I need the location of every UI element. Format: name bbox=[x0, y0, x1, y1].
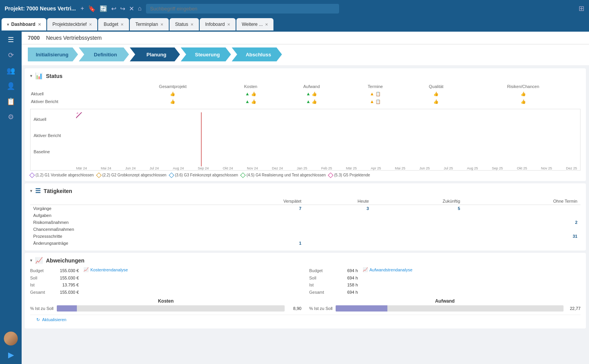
content-area: 7000 Neues Vertriebssystem Initialisieru… bbox=[22, 32, 589, 364]
status-val-termine-bericht: ▲ 📋 bbox=[345, 98, 406, 105]
sync-icon[interactable]: 🔄 bbox=[100, 5, 107, 12]
taetigkeiten-header[interactable]: ▾ ☰ Tätigkeiten bbox=[30, 187, 581, 195]
status-val-gesamt-aktuell: 👍 bbox=[123, 90, 222, 97]
tab-projektsteckbrief[interactable]: Projektsteckbrief ✕ bbox=[47, 18, 98, 30]
svg-text:5.3: 5.3 bbox=[76, 112, 78, 115]
taet-col-verspaetet: Verspätet bbox=[211, 198, 304, 205]
avatar[interactable] bbox=[4, 332, 18, 345]
taet-col-ohne-termin: Ohne Termin bbox=[463, 198, 581, 205]
tab-close-dashboard[interactable]: ✕ bbox=[38, 22, 41, 27]
chart-y-bericht: Aktiver Bericht bbox=[34, 133, 61, 138]
abw-kosten-ist: Ist 13.795 € bbox=[30, 281, 79, 289]
aufwand-progress-value: 22,77 bbox=[567, 306, 581, 311]
taet-label-aenderung: Änderungsanträge bbox=[30, 240, 211, 247]
status-val-aufwand-bericht: ▲ 👍 bbox=[279, 98, 344, 105]
status-chevron-icon: ▾ bbox=[30, 74, 32, 78]
taet-col-heute: Heute bbox=[304, 198, 372, 205]
phase-initialisierung[interactable]: Initialisierung bbox=[28, 47, 78, 61]
legend-g1: (1.2) G1 Vorstudie abgeschlossen bbox=[30, 173, 94, 177]
status-val-qualitaet-bericht: 👍 bbox=[406, 98, 466, 105]
status-row-aktuell: Aktuell 👍 ▲ 👍 ▲ 👍 ▲ 📋 👍 👍 bbox=[31, 90, 580, 97]
status-col-empty bbox=[31, 83, 122, 90]
taet-header-row: Verspätet Heute Zukünftig Ohne Termin bbox=[30, 198, 581, 205]
kostentrendanalyse-link[interactable]: 📈 Kostentrendanalyse bbox=[83, 267, 128, 272]
taet-val-aenderung-o bbox=[463, 240, 581, 247]
chart-y-aktuell: Aktuell bbox=[34, 117, 61, 122]
abweichungen-content: Budget 155.030 € Soll 155.030 € Ist 13.7… bbox=[30, 267, 581, 312]
status-val-risiken-bericht: 👍 bbox=[467, 98, 580, 105]
sidebar-settings-icon[interactable]: ⚙ bbox=[8, 113, 14, 121]
project-id: 7000 bbox=[28, 35, 40, 41]
sidebar: ☰ ⟳ 👥 👤 📋 ⚙ ▶ bbox=[0, 32, 22, 364]
abw-kosten-title: Kosten bbox=[30, 298, 302, 304]
tab-close-infoboard[interactable]: ✕ bbox=[227, 22, 230, 27]
taet-val-vorgaenge-h: 3 bbox=[304, 205, 372, 212]
redo-icon[interactable]: ↪ bbox=[120, 5, 125, 12]
taet-val-prozess-h bbox=[304, 233, 372, 240]
status-val-gesamt-bericht: 👍 bbox=[123, 98, 222, 105]
kosten-progress-bar bbox=[57, 305, 285, 312]
taet-val-aufgaben-v bbox=[211, 212, 304, 219]
phase-planung[interactable]: Planung bbox=[130, 47, 180, 61]
phase-bar: Initialisierung Definition Planung Steue… bbox=[22, 44, 589, 65]
sidebar-menu-icon[interactable]: ☰ bbox=[8, 36, 14, 44]
abw-aufwand-budget: Budget 694 h bbox=[309, 267, 358, 274]
tab-close-status[interactable]: ✕ bbox=[190, 22, 194, 27]
status-col-gesamt: Gesamtprojekt bbox=[123, 83, 222, 90]
search-input[interactable] bbox=[146, 4, 339, 14]
status-icon: 📊 bbox=[35, 72, 43, 80]
sidebar-bottom: ▶ bbox=[4, 332, 18, 364]
phase-definition[interactable]: Definition bbox=[79, 47, 129, 61]
taet-val-vorgaenge-z: 5 bbox=[372, 205, 463, 212]
tab-weitere[interactable]: Weitere ... ✕ bbox=[236, 18, 273, 30]
add-icon[interactable]: + bbox=[80, 5, 84, 12]
grid-icon[interactable]: ⊞ bbox=[579, 4, 584, 13]
phase-abschluss[interactable]: Abschluss bbox=[232, 47, 282, 61]
taet-val-chancen-z bbox=[372, 226, 463, 233]
abweichungen-header[interactable]: ▾ 📈 Abweichungen bbox=[30, 257, 581, 264]
refresh-bar[interactable]: ↻ Aktualisieren bbox=[30, 315, 581, 325]
tab-close-terminplan[interactable]: ✕ bbox=[160, 22, 163, 27]
kosten-progress-value: 8,90 bbox=[288, 306, 302, 311]
taet-val-aenderung-v: 1 bbox=[211, 240, 304, 247]
aufwand-chart-link-icon: 📈 bbox=[363, 267, 368, 272]
sidebar-chart-icon[interactable]: 📋 bbox=[7, 97, 15, 106]
tab-close-projektsteckbrief[interactable]: ✕ bbox=[89, 22, 92, 27]
status-val-kosten-aktuell: ▲ 👍 bbox=[223, 90, 278, 97]
tab-budget[interactable]: Budget ✕ bbox=[98, 18, 129, 30]
taet-val-chancen-v bbox=[211, 226, 304, 233]
close-doc-icon[interactable]: ✕ bbox=[129, 5, 134, 12]
tab-dashboard[interactable]: ▾ Dashboard ✕ bbox=[2, 18, 46, 30]
aufwandstrendanalyse-link[interactable]: 📈 Aufwandstrendanalyse bbox=[363, 267, 412, 272]
taet-val-vorgaenge-o bbox=[463, 205, 581, 212]
taet-label-chancen: Chancenmaßnahmen bbox=[30, 226, 211, 233]
undo-icon[interactable]: ↩ bbox=[111, 5, 116, 12]
bookmark-icon[interactable]: 🔖 bbox=[88, 5, 96, 12]
sidebar-team-icon[interactable]: 👥 bbox=[7, 66, 15, 75]
status-val-kosten-bericht: ▲ 👍 bbox=[223, 98, 278, 105]
tab-close-budget[interactable]: ✕ bbox=[121, 22, 124, 27]
tab-infoboard[interactable]: Infoboard ✕ bbox=[200, 18, 236, 30]
abw-aufwand-soll: Soll 694 h bbox=[309, 274, 358, 282]
tab-status[interactable]: Status ✕ bbox=[170, 18, 199, 30]
topbar-title: Projekt: 7000 Neues Vertri... bbox=[5, 5, 76, 12]
aufwand-progress-fill bbox=[336, 305, 387, 312]
status-col-termine: Termine bbox=[345, 83, 406, 90]
status-section-header[interactable]: ▾ 📊 Status bbox=[30, 72, 581, 80]
chart-y-baseline: Baseline bbox=[34, 149, 61, 154]
tab-close-weitere[interactable]: ✕ bbox=[265, 22, 268, 27]
status-col-aufwand: Aufwand bbox=[279, 83, 344, 90]
phase-steuerung[interactable]: Steuerung bbox=[181, 47, 231, 61]
abweichungen-icon: 📈 bbox=[35, 257, 43, 264]
status-label-aktuell: Aktuell bbox=[31, 90, 122, 97]
abw-kosten-data: Budget 155.030 € Soll 155.030 € Ist 13.7… bbox=[30, 267, 79, 296]
sidebar-history-icon[interactable]: ⟳ bbox=[8, 51, 14, 59]
refresh-label: Aktualisieren bbox=[42, 317, 66, 322]
home-icon[interactable]: ⌂ bbox=[138, 5, 142, 12]
tab-terminplan[interactable]: Terminplan ✕ bbox=[130, 18, 169, 30]
sidebar-person-icon[interactable]: 👤 bbox=[7, 82, 15, 90]
taet-label-risiko: Risikomaßnahmen bbox=[30, 219, 211, 226]
taet-col-zukuenftig: Zukünftig bbox=[372, 198, 463, 205]
sidebar-pointer-icon[interactable]: ▶ bbox=[8, 350, 14, 359]
status-col-kosten: Kosten bbox=[223, 83, 278, 90]
